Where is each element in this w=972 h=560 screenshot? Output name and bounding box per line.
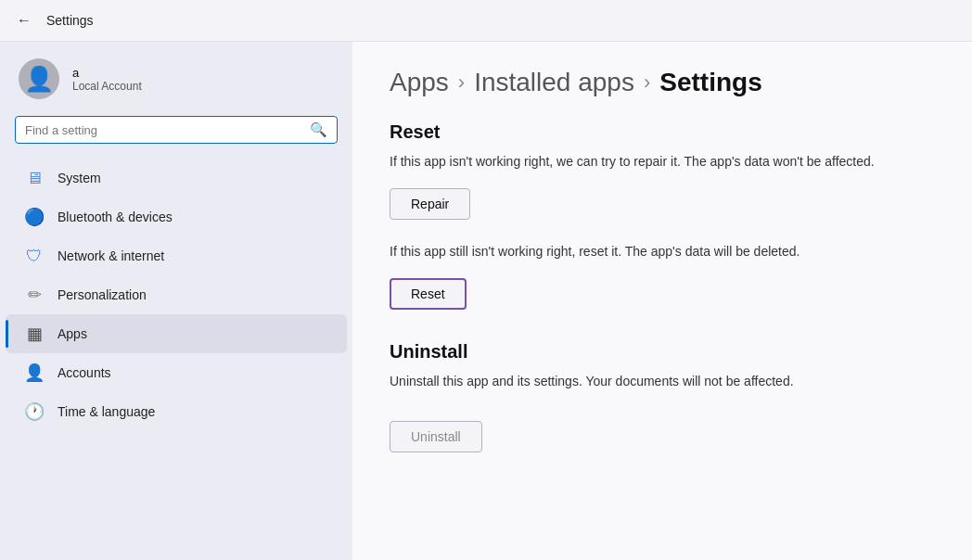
uninstall-section: Uninstall Uninstall this app and its set… xyxy=(390,341,935,452)
apps-icon: ▦ xyxy=(24,324,45,344)
reset-button[interactable]: Reset xyxy=(390,278,467,310)
sidebar-item-time[interactable]: 🕐 Time & language xyxy=(6,392,347,431)
repair-button[interactable]: Repair xyxy=(390,188,470,220)
sidebar-item-label-time: Time & language xyxy=(58,404,155,419)
sidebar: 👤 a Local Account 🔍 🖥 System 🔵 Bluetooth xyxy=(0,42,352,560)
reset-description: If this app isn't working right, we can … xyxy=(390,152,935,172)
title-bar: ← Settings xyxy=(0,0,972,42)
search-box[interactable]: 🔍 xyxy=(15,116,338,144)
nav-list: 🖥 System 🔵 Bluetooth & devices 🛡 Network… xyxy=(0,155,352,435)
sidebar-item-label-system: System xyxy=(58,171,101,185)
back-icon: ← xyxy=(17,12,32,29)
bluetooth-icon: 🔵 xyxy=(24,207,45,227)
content-area: Apps › Installed apps › Settings Reset I… xyxy=(352,42,972,560)
breadcrumb-settings: Settings xyxy=(659,68,761,97)
reset-title: Reset xyxy=(390,121,935,143)
uninstall-button[interactable]: Uninstall xyxy=(390,421,482,452)
main-container: 👤 a Local Account 🔍 🖥 System 🔵 Bluetooth xyxy=(0,42,972,560)
search-box-wrap: 🔍 xyxy=(0,112,352,155)
sidebar-item-label-apps: Apps xyxy=(58,326,87,341)
back-button[interactable]: ← xyxy=(11,7,37,33)
breadcrumb-apps[interactable]: Apps xyxy=(390,68,449,97)
reset-warning: If this app still isn't working right, r… xyxy=(390,242,935,261)
sidebar-item-accounts[interactable]: 👤 Accounts xyxy=(6,353,347,392)
sidebar-item-bluetooth[interactable]: 🔵 Bluetooth & devices xyxy=(6,197,347,236)
breadcrumb-sep-1: › xyxy=(458,70,465,95)
reset-section: Reset If this app isn't working right, w… xyxy=(390,121,935,332)
accounts-icon: 👤 xyxy=(24,363,45,383)
user-name: a xyxy=(72,66,142,80)
breadcrumb: Apps › Installed apps › Settings xyxy=(390,42,935,114)
avatar-icon: 👤 xyxy=(24,65,54,94)
window-title: Settings xyxy=(46,13,94,28)
time-icon: 🕐 xyxy=(24,401,45,422)
sidebar-item-system[interactable]: 🖥 System xyxy=(6,159,347,197)
sidebar-item-label-network: Network & internet xyxy=(58,248,164,263)
breadcrumb-installed-apps[interactable]: Installed apps xyxy=(474,68,634,97)
personalization-icon: ✏ xyxy=(24,285,45,305)
sidebar-item-apps[interactable]: ▦ Apps xyxy=(6,314,347,353)
uninstall-title: Uninstall xyxy=(390,341,935,363)
sidebar-item-label-accounts: Accounts xyxy=(58,365,111,380)
search-icon: 🔍 xyxy=(310,121,327,138)
user-account-type: Local Account xyxy=(72,80,142,93)
breadcrumb-sep-2: › xyxy=(644,70,650,95)
avatar: 👤 xyxy=(19,58,59,99)
search-input[interactable] xyxy=(25,123,304,137)
user-section: 👤 a Local Account xyxy=(0,42,352,112)
sidebar-item-label-bluetooth: Bluetooth & devices xyxy=(58,210,173,224)
sidebar-item-label-personalization: Personalization xyxy=(58,287,147,302)
sidebar-item-network[interactable]: 🛡 Network & internet xyxy=(6,236,347,275)
uninstall-description: Uninstall this app and its settings. You… xyxy=(390,372,935,391)
user-info: a Local Account xyxy=(72,66,142,93)
network-icon: 🛡 xyxy=(24,246,45,266)
system-icon: 🖥 xyxy=(24,168,45,188)
sidebar-item-personalization[interactable]: ✏ Personalization xyxy=(6,275,347,314)
